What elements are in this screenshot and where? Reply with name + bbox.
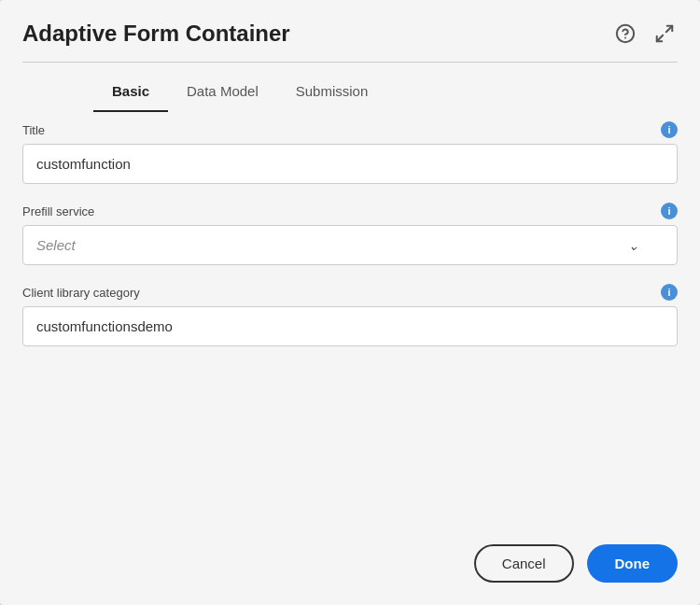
done-button[interactable]: Done (587, 544, 679, 583)
tab-data-model[interactable]: Data Model (168, 70, 277, 112)
dialog-footer: Cancel Done (0, 529, 700, 605)
prefill-service-field-group: Prefill service i Select ⌄ (22, 203, 678, 265)
tab-basic[interactable]: Basic (93, 70, 168, 112)
adaptive-form-container-dialog: Adaptive Form Container (0, 0, 700, 605)
chevron-down-icon: ⌄ (628, 238, 639, 253)
client-library-info-icon[interactable]: i (661, 284, 678, 301)
client-library-field-group: Client library category i (22, 284, 678, 346)
header-divider (22, 62, 678, 63)
prefill-info-icon[interactable]: i (661, 203, 678, 219)
client-library-input[interactable] (22, 306, 678, 346)
dialog-header: Adaptive Form Container (0, 0, 700, 62)
prefill-service-label: Prefill service (22, 204, 94, 218)
expand-icon[interactable] (651, 21, 678, 47)
prefill-service-select[interactable]: Select ⌄ (22, 225, 678, 265)
tab-submission[interactable]: Submission (277, 70, 387, 112)
cancel-button[interactable]: Cancel (474, 544, 574, 583)
prefill-label-row: Prefill service i (22, 203, 678, 219)
title-field-group: Title i (22, 121, 678, 184)
prefill-select-placeholder: Select (36, 237, 76, 253)
client-library-label: Client library category (22, 286, 140, 300)
client-library-label-row: Client library category i (22, 284, 678, 301)
title-label-row: Title i (22, 121, 678, 138)
dialog-title: Adaptive Form Container (22, 21, 290, 47)
tabs-container: Basic Data Model Submission (0, 70, 700, 112)
title-label: Title (22, 123, 45, 137)
prefill-select-wrapper: Select ⌄ (22, 225, 678, 265)
title-info-icon[interactable]: i (661, 121, 678, 138)
header-icons (612, 21, 678, 47)
help-icon[interactable] (612, 21, 638, 47)
tab-content: Title i Prefill service i Select ⌄ Clien… (0, 112, 700, 529)
title-input[interactable] (22, 144, 678, 184)
